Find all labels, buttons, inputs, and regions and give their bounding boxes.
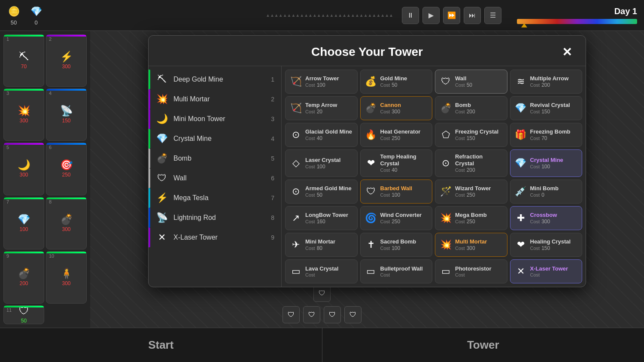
card-freezing-crystal[interactable]: ⬠ Freezing Crystal Cost 150 xyxy=(435,123,507,147)
list-num-9: 9 xyxy=(271,234,274,241)
playback-controls: ⏸ ▶ ⏩ ⏭ ☰ xyxy=(402,7,501,24)
card-armed-gold-mine[interactable]: ⊙ Armed Gold Mine Cost 50 xyxy=(285,179,358,204)
card-name-bulletproof-wall: Bulletproof Wall xyxy=(380,265,423,272)
card-icon-bomb: 💣 xyxy=(440,103,452,114)
sidebar-slot-9[interactable]: 9 💣 200 xyxy=(3,251,44,304)
list-name-6: Wall xyxy=(173,174,266,182)
slot-cost-8: 300 xyxy=(62,226,70,232)
modal-header: Choose Your Tower ✕ xyxy=(149,36,586,66)
list-icon-9: ✕ xyxy=(155,232,168,243)
sidebar-slot-4[interactable]: 4 📡 150 xyxy=(46,88,87,141)
list-name-3: Mini Moon Tower xyxy=(173,115,266,123)
card-bomb[interactable]: 💣 Bomb Cost 200 xyxy=(435,96,507,120)
modal-close-button[interactable]: ✕ xyxy=(558,43,575,61)
card-name-lava-crystal: Lava Crystal xyxy=(305,265,338,272)
list-name-1: Deep Gold Mine xyxy=(173,76,266,83)
card-longbow-tower[interactable]: ↗ LongBow Tower Cost 160 xyxy=(285,206,358,230)
card-glacial-gold-mine[interactable]: ⊙ Glacial Gold Mine Cost 40 xyxy=(285,123,358,147)
start-button[interactable]: Start xyxy=(0,328,322,362)
card-multiple-arrow[interactable]: ≋ Multiple Arrow Cost 200 xyxy=(510,70,583,94)
sidebar-slot-3[interactable]: 3 💥 300 xyxy=(3,88,44,141)
slot-cost-3: 300 xyxy=(19,118,28,124)
card-name-freezing-bomb: Freezing Bomb xyxy=(530,128,571,135)
modal-body: ⛏ Deep Gold Mine 1 💥 Multi Mortar 2 🌙 Mi… xyxy=(149,66,586,287)
card-wind-converter[interactable]: 🌀 Wind Converter Cost 250 xyxy=(360,206,433,230)
card-multi-mortar[interactable]: 💥 Multi Mortar Cost 300 xyxy=(435,233,507,257)
card-mini-bomb[interactable]: 💉 Mini Bomb Cost 0 xyxy=(510,179,583,204)
fast-forward-button[interactable]: ⏩ xyxy=(443,7,460,24)
slot-cost-9: 200 xyxy=(19,280,28,286)
card-icon-multiple-arrow: ≋ xyxy=(515,76,527,87)
list-item-lightning-rod[interactable]: 📡 Lightning Rod 8 xyxy=(149,208,281,228)
sidebar-slot-6[interactable]: 6 🎯 250 xyxy=(46,143,87,195)
card-temp-arrow[interactable]: 🏹 Temp Arrow Cost 20 xyxy=(285,96,358,120)
card-temp-healing-crystal[interactable]: ❤ Temp Healing Crystal Cost 40 xyxy=(360,149,433,177)
sidebar-slot-10[interactable]: 10 🧍 300 xyxy=(46,251,87,304)
sidebar-slot-1[interactable]: 1 ⛏ 70 xyxy=(3,34,44,87)
card-cost-mini-mortar: 80 xyxy=(317,245,322,251)
card-healing-crystal[interactable]: ❤ Healing Crystal Cost 150 xyxy=(510,233,583,257)
pause-button[interactable]: ⏸ xyxy=(402,7,419,24)
menu-button[interactable]: ☰ xyxy=(484,7,501,24)
card-laser-crystal[interactable]: ◇ Laser Crystal Cost 100 xyxy=(285,149,358,177)
sidebar-slot-2[interactable]: 2 ⚡ 300 xyxy=(46,34,87,87)
card-cost-longbow-tower: 160 xyxy=(317,219,325,225)
list-num-5: 5 xyxy=(271,155,274,162)
list-item-crystal-mine[interactable]: 💎 Crystal Mine 4 xyxy=(149,129,281,149)
card-freezing-bomb[interactable]: 🎁 Freezing Bomb Cost 70 xyxy=(510,123,583,147)
list-item-x-laser-tower[interactable]: ✕ X-Laser Tower 9 xyxy=(149,228,281,247)
card-arrow-tower[interactable]: 🏹 Arrow Tower Cost 100 xyxy=(285,70,358,94)
card-cost-freezing-bomb: 70 xyxy=(541,135,547,141)
list-indicator-2 xyxy=(149,89,150,109)
card-crossbow[interactable]: ✚ Crossbow Cost 300 xyxy=(510,206,583,230)
card-wall[interactable]: 🛡 Wall Cost 50 xyxy=(435,70,507,94)
card-crystal-mine[interactable]: 💎 Crystal Mine Cost 100 xyxy=(510,149,583,177)
card-name-barbed-wall: Barbed Wall xyxy=(380,185,413,192)
sidebar-slot-8[interactable]: 8 💣 300 xyxy=(46,197,87,249)
fastest-button[interactable]: ⏭ xyxy=(464,7,481,24)
card-barbed-wall[interactable]: 🛡 Barbed Wall Cost 100 xyxy=(360,179,433,204)
sidebar-slot-7[interactable]: 7 💎 100 xyxy=(3,197,44,249)
list-item-deep-gold-mine[interactable]: ⛏ Deep Gold Mine 1 xyxy=(149,70,281,89)
card-cost-glacial-gold-mine: 40 xyxy=(317,135,322,141)
card-icon-revival-crystal: 💎 xyxy=(515,103,527,114)
sidebar-slot-11[interactable]: 11 🛡 50 xyxy=(3,305,44,324)
card-name-x-laser-tower: X-Laser Tower xyxy=(530,265,568,272)
crystal-icon: 💎 xyxy=(29,5,43,18)
card-name-refraction-crystal: Refraction Crystal xyxy=(455,153,503,167)
card-sacred-bomb[interactable]: ✝ Sacred Bomb Cost 100 xyxy=(360,233,433,257)
card-gold-mine[interactable]: 💰 Gold Mine Cost 50 xyxy=(360,70,433,94)
card-mega-bomb[interactable]: 💥 Mega Bomb Cost 250 xyxy=(435,206,507,230)
card-x-laser-tower[interactable]: ✕ X-Laser Tower Cost xyxy=(510,259,583,283)
sidebar-slot-5[interactable]: 5 🌙 300 xyxy=(3,143,44,195)
card-name-mini-mortar: Mini Mortar xyxy=(305,238,335,245)
card-revival-crystal[interactable]: 💎 Revival Crystal Cost 150 xyxy=(510,96,583,120)
card-photoresistor[interactable]: ▭ Photoresistor Cost xyxy=(435,259,507,283)
card-lava-crystal[interactable]: ▭ Lava Crystal Cost xyxy=(285,259,358,283)
card-icon-sacred-bomb: ✝ xyxy=(365,239,377,250)
play-button[interactable]: ▶ xyxy=(422,7,440,24)
list-item-wall[interactable]: 🛡 Wall 6 xyxy=(149,168,281,188)
card-name-cannon: Cannon xyxy=(380,102,401,109)
card-refraction-crystal[interactable]: ⊙ Refraction Crystal Cost 200 xyxy=(435,149,507,177)
gold-icon: 🪙 xyxy=(7,5,21,18)
card-bulletproof-wall[interactable]: ▭ Bulletproof Wall Cost xyxy=(360,259,433,283)
list-item-multi-mortar[interactable]: 💥 Multi Mortar 2 xyxy=(149,89,281,109)
list-item-bomb[interactable]: 💣 Bomb 5 xyxy=(149,149,281,168)
card-wizard-tower[interactable]: 🪄 Wizard Tower Cost 250 xyxy=(435,179,507,204)
bottom-bar: Start Tower xyxy=(0,328,644,362)
tower-button[interactable]: Tower xyxy=(322,328,644,362)
card-name-photoresistor: Photoresistor xyxy=(455,265,492,272)
top-bar: 🪙 50 💎 0 ▲▲▲▲▲▲▲▲▲▲▲▲▲▲▲▲▲▲▲▲▲▲▲▲▲▲▲▲▲▲ … xyxy=(0,0,644,31)
card-icon-freezing-bomb: 🎁 xyxy=(515,129,527,140)
card-mini-mortar[interactable]: ✈ Mini Mortar Cost 80 xyxy=(285,233,358,257)
list-item-mini-moon-tower[interactable]: 🌙 Mini Moon Tower 3 xyxy=(149,109,281,129)
slot-cost-2: 300 xyxy=(62,64,70,70)
card-cost-freezing-crystal: 150 xyxy=(467,135,475,141)
list-item-mega-tesla[interactable]: ⚡ Mega Tesla 7 xyxy=(149,188,281,208)
slot-cost-5: 300 xyxy=(19,172,28,178)
card-heat-generator[interactable]: 🔥 Heat Generator Cost 250 xyxy=(360,123,433,147)
list-indicator-1 xyxy=(149,70,150,89)
card-cannon[interactable]: 💣 Cannon Cost 300 xyxy=(360,96,433,120)
card-cost-healing-crystal: 150 xyxy=(541,245,550,251)
